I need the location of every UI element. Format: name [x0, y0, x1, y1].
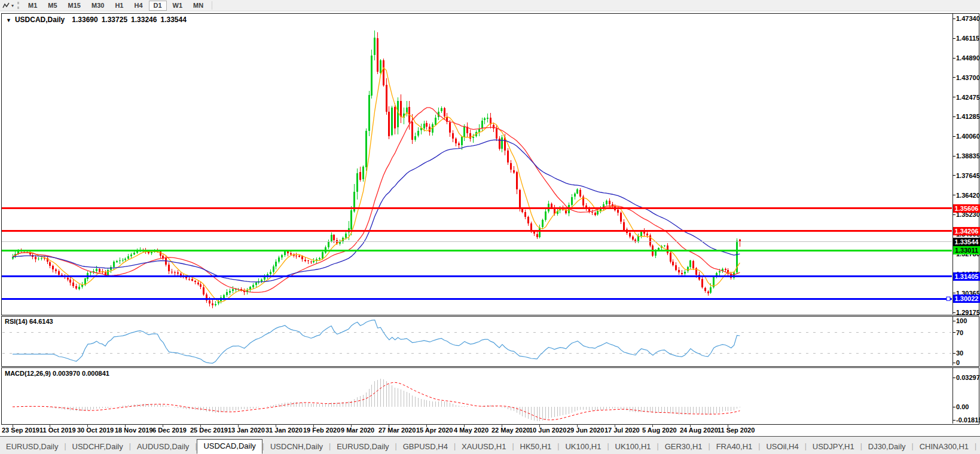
rsi-axis-label: 30: [956, 349, 963, 357]
candle-body: [481, 121, 483, 128]
candle-body: [455, 139, 457, 143]
candle-body: [35, 257, 36, 260]
ohlc-open: 1.33690: [72, 16, 97, 24]
rsi-axis-label: 0: [956, 358, 960, 367]
candle-body: [496, 128, 497, 138]
chart-tab-china300-h1[interactable]: CHINA300,H1: [914, 440, 975, 454]
price-axis-label: 1.40060: [956, 132, 980, 140]
chart-tab-gbpusd-h4[interactable]: GBPUSD,H4: [397, 440, 454, 454]
date-axis-label: 23 Sep 2019: [2, 427, 39, 434]
candle-body: [67, 278, 69, 280]
candle-body: [487, 118, 489, 118]
candle-body: [719, 271, 721, 272]
candle-body: [328, 241, 329, 247]
candle-body: [188, 279, 190, 280]
trading-platform-window: ▾ M1M5M15M30H1H4D1W1MN ▼USDCAD,Daily1.33…: [0, 0, 980, 454]
candle-body: [533, 232, 535, 234]
candle-body: [400, 101, 402, 117]
chart-tab-usdcad-daily[interactable]: USDCAD,Daily: [197, 439, 262, 454]
chart-tab-eurusd-daily[interactable]: EURUSD,Daily: [331, 440, 395, 454]
candle-body: [426, 123, 428, 127]
candle-body: [519, 190, 521, 209]
candle-body: [165, 258, 167, 265]
candle-body: [386, 85, 387, 112]
candle-body: [449, 122, 451, 133]
chart-symbol-label: USDCAD,Daily: [15, 16, 65, 24]
chart-tab-usoil-h1[interactable]: USOil,H1: [976, 440, 980, 454]
candle-body: [232, 289, 234, 290]
ohlc-high: 1.33725: [102, 16, 127, 24]
date-axis-label: 6 Dec 2019: [152, 427, 187, 434]
chart-collapse-icon[interactable]: ▼: [6, 17, 11, 23]
candle-body: [579, 190, 581, 197]
chart-title: ▼USDCAD,Daily1.336901.337251.332461.3354…: [6, 16, 190, 24]
chart-tab-usdcnh-daily[interactable]: USDCNH,Daily: [264, 440, 329, 454]
candle-body: [501, 137, 503, 149]
chart-tab-usoil-h4[interactable]: USOil,H4: [760, 440, 804, 454]
candle-body: [270, 272, 271, 274]
candle-body: [281, 255, 283, 257]
line-handle[interactable]: [947, 297, 950, 300]
candle-body: [689, 260, 691, 267]
candle-body: [646, 234, 648, 235]
candle-body: [168, 265, 170, 272]
candle-body: [574, 194, 576, 197]
date-axis-label: 24 Aug 2020: [680, 427, 718, 434]
price-axis-label: 1.29175: [956, 308, 980, 317]
candle-body: [174, 272, 176, 273]
candle-body: [551, 204, 552, 207]
main-chart-canvas[interactable]: [0, 0, 980, 454]
candle-body: [362, 167, 364, 179]
candle-body: [536, 234, 538, 237]
candle-body: [273, 266, 274, 272]
candle-body: [397, 101, 399, 127]
candle-body: [681, 273, 683, 274]
chart-tab-xauusd-h1[interactable]: XAUUSD,H1: [456, 440, 512, 454]
candle-body: [571, 197, 573, 205]
chart-tab-hk50-h1[interactable]: HK50,H1: [514, 440, 558, 454]
chart-tab-eurusd-daily[interactable]: EURUSD,Daily: [0, 440, 64, 454]
chart-tab-fra40-h1[interactable]: FRA40,H1: [710, 440, 759, 454]
date-axis-label: 31 Jan 2020: [265, 427, 303, 434]
rsi-axis-label: 70: [956, 329, 963, 337]
price-badge: 1.33011: [953, 246, 980, 254]
candle-body: [701, 279, 703, 287]
candle-body: [177, 272, 179, 274]
candle-body: [629, 233, 631, 237]
candle-body: [261, 280, 262, 281]
date-axis-label: 19 Feb 2020: [303, 427, 340, 434]
ohlc-close: 1.33544: [160, 16, 186, 24]
candle-body: [58, 271, 60, 275]
price-axis-label: 1.38835: [956, 152, 980, 160]
price-axis-label: 1.47340: [956, 14, 980, 23]
candle-body: [130, 254, 132, 256]
candle-body: [394, 107, 396, 128]
candle-body: [461, 137, 463, 145]
price-axis-label: 1.44890: [956, 54, 980, 62]
candle-body: [739, 240, 741, 242]
candle-body: [391, 108, 393, 135]
chart-tab-usdchf-daily[interactable]: USDCHF,Daily: [66, 440, 129, 454]
price-badge: 1.33544: [953, 238, 980, 246]
price-axis-label: 1.46115: [956, 34, 979, 42]
candle-body: [411, 122, 413, 140]
candle-body: [116, 261, 118, 262]
chart-tab-audusd-daily[interactable]: AUDUSD,Daily: [131, 440, 195, 454]
date-axis-label: 10 Jun 2020: [529, 427, 566, 434]
candle-body: [444, 108, 445, 116]
chart-tab-uk100-h1[interactable]: UK100,H1: [559, 440, 607, 454]
price-axis-label: 1.43700: [956, 73, 980, 82]
candle-body: [194, 281, 196, 282]
candle-body: [99, 269, 100, 271]
chart-tab-ger30-h1[interactable]: GER30,H1: [659, 440, 709, 454]
candle-body: [704, 288, 706, 292]
date-axis-label: 4 May 2020: [454, 427, 489, 434]
candle-body: [670, 253, 671, 262]
rsi-indicator-label: RSI(14) 64.6143: [5, 318, 53, 325]
chart-tab-dj30-daily[interactable]: DJ30,Daily: [862, 440, 912, 454]
candle-body: [545, 211, 547, 220]
price-badge: 1.35606: [953, 204, 980, 213]
chart-tab-uk100-h1[interactable]: UK100,H1: [609, 440, 657, 454]
candle-body: [75, 286, 77, 289]
chart-tab-usdjpy-h1[interactable]: USDJPY,H1: [807, 440, 860, 454]
